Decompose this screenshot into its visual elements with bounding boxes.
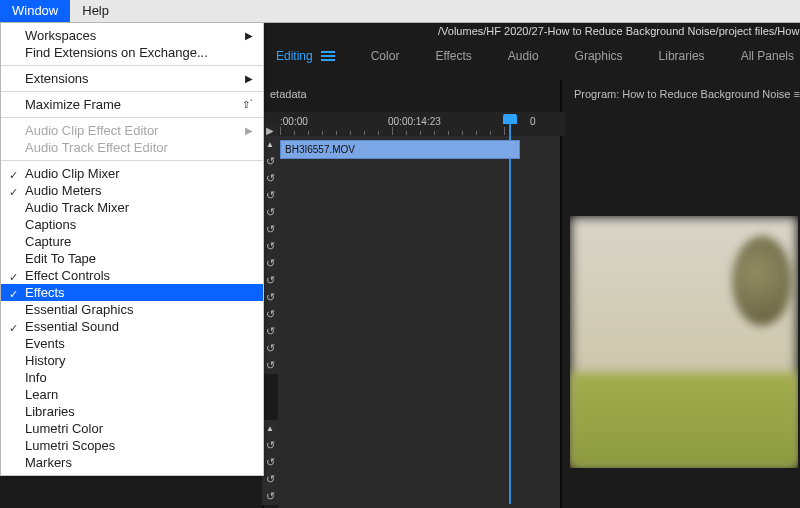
timecode-label: 00:00:14:23: [388, 116, 441, 127]
preview-tree: [732, 236, 792, 326]
menu-item-essential-sound[interactable]: ✓Essential Sound: [1, 318, 263, 335]
timecode-label: :00:00: [280, 116, 308, 127]
tab-label: Editing: [276, 49, 313, 63]
menu-item-label: Workspaces: [25, 27, 96, 44]
menu-item-label: Lumetri Color: [25, 420, 103, 437]
program-monitor[interactable]: [570, 216, 798, 468]
track-button[interactable]: ↺: [262, 454, 278, 471]
menu-item-label: Audio Track Mixer: [25, 199, 129, 216]
tab-editing[interactable]: Editing: [276, 49, 335, 63]
menu-item-label: Info: [25, 369, 47, 386]
menu-item-history[interactable]: History: [1, 352, 263, 369]
track-button[interactable]: ↺: [262, 221, 278, 238]
menu-item-label: Extensions: [25, 70, 89, 87]
hamburger-icon[interactable]: [321, 49, 335, 63]
menu-item-info[interactable]: Info: [1, 369, 263, 386]
menu-item-label: History: [25, 352, 65, 369]
menu-item-libraries[interactable]: Libraries: [1, 403, 263, 420]
track-button[interactable]: ↺: [262, 289, 278, 306]
panel-divider[interactable]: [560, 80, 562, 508]
system-menubar: Window Help: [0, 0, 800, 23]
menu-item-label: Captions: [25, 216, 76, 233]
menu-item-audio-clip-effect-editor: Audio Clip Effect Editor▶: [1, 122, 263, 139]
menu-separator: [1, 65, 263, 66]
video-clip[interactable]: BH3I6557.MOV: [280, 140, 520, 159]
menu-item-label: Libraries: [25, 403, 75, 420]
track-button[interactable]: ↺: [262, 357, 278, 374]
track-header-column-lower: ▲ ↺ ↺ ↺ ↺: [262, 420, 278, 505]
track-button[interactable]: ↺: [262, 153, 278, 170]
track-button[interactable]: ↺: [262, 437, 278, 454]
tab-libraries[interactable]: Libraries: [659, 49, 705, 63]
menu-item-captions[interactable]: Captions: [1, 216, 263, 233]
menu-item-label: Audio Meters: [25, 182, 102, 199]
track-button[interactable]: ↺: [262, 323, 278, 340]
menu-item-lumetri-color[interactable]: Lumetri Color: [1, 420, 263, 437]
menu-item-edit-to-tape[interactable]: Edit To Tape: [1, 250, 263, 267]
track-button[interactable]: ↺: [262, 272, 278, 289]
menu-help[interactable]: Help: [70, 0, 121, 22]
menu-item-essential-graphics[interactable]: Essential Graphics: [1, 301, 263, 318]
timecode-label: 0: [530, 116, 536, 127]
menu-item-label: Edit To Tape: [25, 250, 96, 267]
menu-item-label: Essential Sound: [25, 318, 119, 335]
menu-item-label: Lumetri Scopes: [25, 437, 115, 454]
menu-item-label: Audio Track Effect Editor: [25, 139, 168, 156]
tab-effects[interactable]: Effects: [435, 49, 471, 63]
track-collapse-icon[interactable]: ▲: [262, 420, 278, 437]
tab-graphics[interactable]: Graphics: [575, 49, 623, 63]
track-button[interactable]: ↺: [262, 238, 278, 255]
menu-item-effect-controls[interactable]: ✓Effect Controls: [1, 267, 263, 284]
menu-item-learn[interactable]: Learn: [1, 386, 263, 403]
menu-item-lumetri-scopes[interactable]: Lumetri Scopes: [1, 437, 263, 454]
menu-item-workspaces[interactable]: Workspaces▶: [1, 27, 263, 44]
window-menu-dropdown: Workspaces▶Find Extensions on Exchange..…: [0, 22, 264, 476]
tab-all-panels[interactable]: All Panels: [741, 49, 794, 63]
menu-item-find-extensions-on-exchange[interactable]: Find Extensions on Exchange...: [1, 44, 263, 61]
menu-item-events[interactable]: Events: [1, 335, 263, 352]
menu-item-label: Effects: [25, 284, 65, 301]
timeline-background: [278, 112, 560, 508]
track-header-column: ▲ ↺ ↺ ↺ ↺ ↺ ↺ ↺ ↺ ↺ ↺ ↺ ↺ ↺: [262, 136, 278, 374]
track-button[interactable]: ↺: [262, 488, 278, 505]
metadata-panel-tab[interactable]: etadata: [270, 88, 307, 100]
menu-window[interactable]: Window: [0, 0, 70, 22]
menu-item-audio-clip-mixer[interactable]: ✓Audio Clip Mixer: [1, 165, 263, 182]
menu-item-label: Essential Graphics: [25, 301, 133, 318]
menu-item-label: Capture: [25, 233, 71, 250]
track-button[interactable]: ↺: [262, 340, 278, 357]
track-button[interactable]: ↺: [262, 170, 278, 187]
menu-item-capture[interactable]: Capture: [1, 233, 263, 250]
timeline-ruler[interactable]: :00:00 00:00:14:23 0: [262, 112, 800, 136]
playhead[interactable]: [510, 114, 517, 124]
preview-grass: [570, 373, 798, 468]
track-button[interactable]: ↺: [262, 306, 278, 323]
submenu-arrow-icon: ▶: [245, 125, 253, 137]
program-panel-tab[interactable]: Program: How to Reduce Background Noise …: [574, 88, 800, 100]
menu-item-label: Find Extensions on Exchange...: [25, 44, 208, 61]
menu-item-label: Maximize Frame: [25, 96, 121, 113]
tab-audio[interactable]: Audio: [508, 49, 539, 63]
track-collapse-icon[interactable]: ▲: [262, 136, 278, 153]
menu-shortcut: ⇧`: [242, 99, 253, 111]
track-button[interactable]: ↺: [262, 187, 278, 204]
menu-item-maximize-frame[interactable]: Maximize Frame⇧`: [1, 96, 263, 113]
tab-color[interactable]: Color: [371, 49, 400, 63]
menu-item-label: Effect Controls: [25, 267, 110, 284]
menu-item-audio-track-effect-editor: Audio Track Effect Editor: [1, 139, 263, 156]
menu-item-effects[interactable]: ✓Effects: [1, 284, 263, 301]
track-button[interactable]: ↺: [262, 255, 278, 272]
track-button[interactable]: ↺: [262, 204, 278, 221]
menu-separator: [1, 117, 263, 118]
menu-item-extensions[interactable]: Extensions▶: [1, 70, 263, 87]
menu-item-label: Events: [25, 335, 65, 352]
menu-item-label: Audio Clip Effect Editor: [25, 122, 158, 139]
menu-item-label: Learn: [25, 386, 58, 403]
track-scroll-play-icon[interactable]: ▶: [262, 124, 278, 136]
menu-item-markers[interactable]: Markers: [1, 454, 263, 471]
menu-item-audio-track-mixer[interactable]: Audio Track Mixer: [1, 199, 263, 216]
menu-item-audio-meters[interactable]: ✓Audio Meters: [1, 182, 263, 199]
menu-separator: [1, 91, 263, 92]
submenu-arrow-icon: ▶: [245, 73, 253, 85]
track-button[interactable]: ↺: [262, 471, 278, 488]
